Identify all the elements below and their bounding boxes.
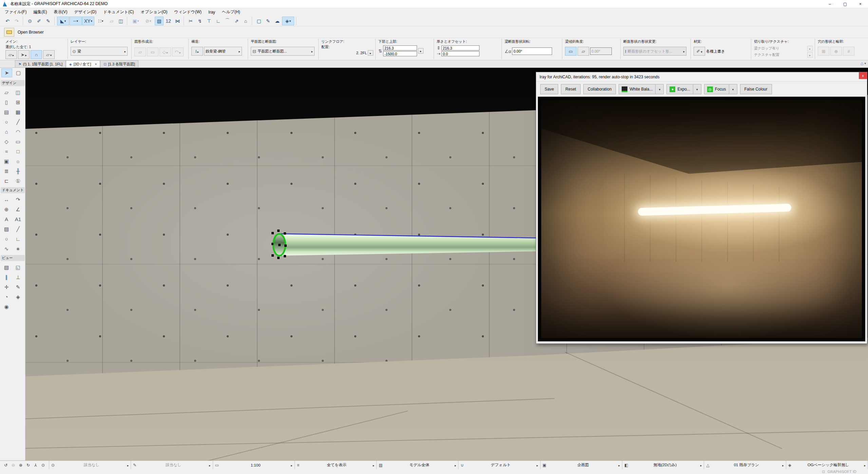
material-brush-dropdown[interactable]: ✐ bbox=[694, 47, 705, 56]
navigator-dropdown-icon[interactable]: ▾ bbox=[864, 62, 866, 65]
geometry-curved-button[interactable]: ◠ bbox=[172, 47, 184, 56]
walk-mode-icon[interactable]: ⅄ bbox=[33, 462, 39, 468]
slant-tilted-toggle[interactable]: ▱ bbox=[578, 47, 589, 56]
iray-white-balance-button[interactable]: White Bala... bbox=[619, 84, 656, 94]
dimension-tool[interactable]: ↔ bbox=[1, 195, 12, 204]
circle-tool[interactable]: ○ bbox=[1, 234, 12, 244]
interior-elevation-tool[interactable]: ✛ bbox=[1, 282, 12, 292]
camera-tool[interactable]: ◉ bbox=[1, 302, 12, 312]
snap-points-button[interactable]: ∷▾ bbox=[95, 17, 107, 25]
detail-tool[interactable]: ✎ bbox=[12, 282, 24, 292]
menu-item[interactable]: オプション(O) bbox=[137, 8, 171, 16]
iray-exposure-dropdown[interactable] bbox=[693, 84, 701, 94]
profile-rotation-input[interactable] bbox=[512, 47, 552, 55]
tab-3d-all[interactable]: ◈ [3D / 全て] × bbox=[66, 60, 100, 67]
beam-crop-arrow-button[interactable] bbox=[807, 46, 813, 51]
pen-set-selector[interactable]: ∪ デフォルト bbox=[458, 461, 540, 469]
mesh-tool[interactable]: ≈ bbox=[1, 146, 12, 156]
beam-system-tool[interactable]: ⊏ bbox=[1, 176, 12, 186]
open-in-new-button[interactable]: ⌂▾ bbox=[241, 17, 250, 25]
section-tool[interactable]: ∥ bbox=[1, 272, 12, 282]
line-tool[interactable]: ╱ bbox=[12, 224, 24, 234]
grid-tool[interactable]: ▦ bbox=[12, 107, 24, 117]
tab-layout-plans[interactable]: ⊡ [1.3 各階平面図] × bbox=[100, 60, 138, 67]
change-marker-tool[interactable]: ① bbox=[12, 176, 24, 186]
revision-cloud-button[interactable]: ☁▾ bbox=[273, 17, 282, 25]
transform-button[interactable]: ▧▾ bbox=[155, 17, 164, 25]
editing-plane-button[interactable]: ◫▾ bbox=[116, 17, 125, 25]
document3d-tool[interactable]: ◈ bbox=[12, 292, 24, 302]
polyline-tool[interactable]: ∟ bbox=[12, 234, 24, 244]
morph-tool[interactable]: ◇ bbox=[1, 137, 12, 146]
magnet-toggle-button[interactable]: ∩ bbox=[31, 50, 42, 59]
close-button[interactable]: × bbox=[853, 0, 868, 8]
trim-button[interactable]: ⊤▾ bbox=[205, 17, 213, 25]
maximize-button[interactable]: ▢ bbox=[837, 0, 853, 8]
iray-reset-button[interactable]: Reset bbox=[561, 84, 580, 94]
fillet-button[interactable]: ⌒▾ bbox=[223, 17, 232, 25]
skylight-tool[interactable]: ▤ bbox=[1, 107, 12, 117]
coordinates-button[interactable]: XY▾ bbox=[82, 17, 94, 25]
text-tool[interactable]: A bbox=[1, 214, 12, 224]
pickup-parameters-button[interactable]: ✐▾ bbox=[35, 17, 43, 25]
explore-icon[interactable]: ⊙ bbox=[40, 462, 46, 468]
snap-plane-button[interactable]: ▱▾ bbox=[107, 17, 116, 25]
default-settings-button[interactable]: ▱ bbox=[5, 50, 17, 59]
redo-button[interactable]: ↷▾ bbox=[12, 17, 21, 25]
top-elevation-input[interactable] bbox=[383, 45, 417, 51]
suspend-groups-button[interactable]: ⊘▾ bbox=[142, 17, 154, 25]
menu-item[interactable]: 編集(E) bbox=[30, 8, 50, 16]
hole-shape-button-3[interactable]: # bbox=[843, 47, 854, 56]
figure-tool[interactable]: ▧ bbox=[1, 262, 12, 272]
find-select-button[interactable]: ⊙▾ bbox=[25, 17, 34, 25]
beam-tool[interactable]: ╱ bbox=[12, 117, 24, 127]
selected-beam[interactable] bbox=[271, 228, 540, 269]
zoom-out-icon[interactable]: ⊖ bbox=[10, 462, 16, 468]
set-square-button[interactable]: ◣▾ bbox=[57, 17, 69, 25]
tab-close-icon[interactable]: × bbox=[95, 62, 97, 66]
iray-titlebar[interactable]: Iray for ArchiCAD, iterations: 95, rende… bbox=[536, 72, 867, 82]
menu-item[interactable]: 表示(V) bbox=[50, 8, 71, 16]
bottom-elevation-input[interactable] bbox=[383, 51, 417, 56]
iray-white-balance-dropdown[interactable] bbox=[656, 84, 664, 94]
drawing-tool[interactable]: ◱ bbox=[12, 262, 24, 272]
graphic-override-selector[interactable]: ▣ 企画図 bbox=[541, 461, 622, 469]
link-floor-arrow-button[interactable] bbox=[368, 50, 373, 56]
texture-placement-arrow-button[interactable] bbox=[807, 52, 813, 58]
style-3d-selector[interactable]: ◈ OGベーシック輪郭無し bbox=[786, 461, 868, 469]
menu-item[interactable]: デザイン(D) bbox=[71, 8, 100, 16]
slant-horizontal-toggle[interactable]: ▭ bbox=[565, 47, 577, 56]
roof-tool[interactable]: ⌂ bbox=[1, 127, 12, 137]
toolbox-section-document[interactable]: ドキュメント bbox=[1, 187, 25, 193]
menu-item[interactable]: ドキュメント(C) bbox=[100, 8, 137, 16]
geometry-chained-button[interactable]: ▭ bbox=[147, 47, 158, 56]
zoom-in-icon[interactable]: ⊕ bbox=[18, 462, 24, 468]
guide-lines-button[interactable]: ┄▾ bbox=[70, 17, 82, 25]
lamp-tool[interactable]: ☼ bbox=[12, 156, 24, 166]
marquee-transform-button[interactable]: ▢▾ bbox=[254, 17, 263, 25]
minimize-button[interactable]: – bbox=[822, 0, 837, 8]
hotspot-tool[interactable]: ∗ bbox=[12, 244, 24, 254]
tab-floor-plan[interactable]: ⚑ (!) 1. 1階平面図 [1. 1FL] × bbox=[15, 60, 66, 67]
stair-tool[interactable]: ≣ bbox=[1, 166, 12, 176]
resize-button[interactable]: ⇗▾ bbox=[232, 17, 241, 25]
curtain-wall-tool[interactable]: ◫ bbox=[12, 87, 24, 97]
structure-type-dropdown[interactable]: 鉄骨梁-鋼管 bbox=[204, 47, 242, 56]
scale-selector[interactable]: ▭ 1:100 bbox=[213, 461, 295, 469]
zone-tool[interactable]: □ bbox=[12, 146, 24, 156]
toolbox-section-view[interactable]: ビュー bbox=[1, 255, 25, 261]
geometry-straight-button[interactable]: ▱ bbox=[134, 47, 146, 56]
intersect-button[interactable]: ∟▾ bbox=[214, 17, 223, 25]
menu-item[interactable]: ファイル(F) bbox=[1, 8, 30, 16]
offset-input[interactable] bbox=[441, 51, 479, 56]
layer-combination-selector[interactable]: ≡ 全てを表示 bbox=[295, 461, 377, 469]
dimension-guide-button[interactable]: 12▾ bbox=[164, 17, 173, 25]
split-button[interactable]: ✂▾ bbox=[186, 17, 195, 25]
window-tool[interactable]: ⊞ bbox=[12, 97, 24, 107]
worksheet-tool[interactable]: ◔ bbox=[1, 292, 12, 302]
popup-navigator-icon[interactable]: ⌂ bbox=[861, 61, 863, 66]
annotate-button[interactable]: ✎▾ bbox=[264, 17, 272, 25]
menu-item[interactable]: ウィンドウ(W) bbox=[171, 8, 205, 16]
viewport-3d[interactable]: Iray for ArchiCAD, iterations: 95, rende… bbox=[25, 68, 868, 460]
menu-item[interactable]: ヘルプ(H) bbox=[219, 8, 244, 16]
